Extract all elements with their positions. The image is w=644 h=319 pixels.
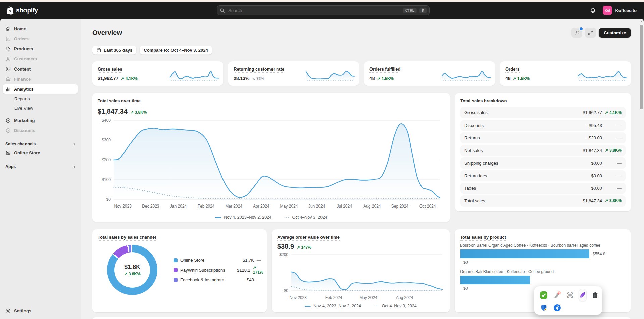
page-title: Overview bbox=[92, 29, 122, 37]
product-bar-group: Bourbon Barrel Organic Aged Coffee · Kof… bbox=[460, 243, 625, 266]
legend-dotted-line: ··· bbox=[284, 215, 290, 220]
svg-text:Oct 2024: Oct 2024 bbox=[419, 204, 436, 209]
shopify-logo[interactable]: S shopify bbox=[6, 6, 38, 15]
sidebar-item-reports[interactable]: Reports bbox=[3, 94, 78, 103]
channel-legend-item: PayWhirl Subscriptions $128.2 ↗ 171% bbox=[174, 265, 267, 275]
legend-dotted-line: ··· bbox=[374, 304, 379, 308]
date-range-button[interactable]: Last 365 days bbox=[92, 46, 136, 55]
sidebar-item-online-store[interactable]: Online Store bbox=[3, 148, 78, 157]
channel-legend-item: Facebook & Instagram $40 — bbox=[174, 277, 267, 282]
account-menu[interactable]: Kof Koffeecito bbox=[603, 6, 637, 15]
svg-text:Feb 2024: Feb 2024 bbox=[198, 204, 215, 209]
total-sales-delta: ↗ 3.8K% bbox=[130, 110, 147, 115]
shopify-admin-analytics: { "icons":{"up":"↗","down":"↘","dash":"—… bbox=[0, 0, 644, 319]
svg-text:Aug 2024: Aug 2024 bbox=[363, 204, 381, 209]
customize-button[interactable]: Customize bbox=[599, 28, 631, 38]
calendar-icon bbox=[96, 48, 101, 53]
apps-section[interactable]: Apps › bbox=[5, 164, 75, 169]
chevron-right-icon: › bbox=[73, 141, 75, 146]
sidebar-item-finance[interactable]: Finance bbox=[3, 74, 78, 84]
svg-text:S: S bbox=[9, 9, 11, 13]
total-sales-breakdown-card: Total sales breakdown Gross sales $1,962… bbox=[455, 93, 631, 211]
compare-to-button[interactable]: Compare to: Oct 4–Nov 3, 2024 bbox=[140, 46, 212, 55]
svg-text:Sep 2024: Sep 2024 bbox=[391, 204, 409, 209]
aov-line-chart: $0$200Nov 2023Feb 2024May 2024Aug 2024 bbox=[277, 250, 444, 302]
shield-warning-extension-icon[interactable] bbox=[540, 304, 548, 312]
svg-text:$200: $200 bbox=[279, 252, 288, 257]
assistant-button[interactable] bbox=[571, 28, 582, 38]
metric-delta: ↗ 1.5K% bbox=[513, 76, 530, 81]
sidebar-item-discounts[interactable]: Discounts bbox=[3, 126, 78, 135]
card-title[interactable]: Total sales over time bbox=[98, 98, 141, 104]
breakdown-row: Return fees $0.00 — bbox=[460, 170, 626, 181]
search-icon bbox=[220, 8, 225, 13]
sidebar-item-customers[interactable]: Customers bbox=[3, 54, 78, 63]
svg-text:Dec 2023: Dec 2023 bbox=[142, 204, 159, 209]
metric-card-orders[interactable]: Orders 48 ↗ 1.5K% bbox=[500, 61, 631, 86]
breakdown-row: Gross sales $1,962.77 ↗ 4.1K% bbox=[460, 107, 626, 118]
global-search[interactable]: CTRL K bbox=[217, 5, 430, 15]
metric-title[interactable]: Orders fulfilled bbox=[369, 66, 400, 73]
metric-title[interactable]: Orders bbox=[505, 66, 520, 73]
metric-delta: ↗ 4.1K% bbox=[121, 76, 137, 81]
bluetooth-extension-icon[interactable] bbox=[553, 304, 561, 312]
donut-delta: ↗ 3.8K% bbox=[124, 272, 140, 276]
sparkline-chart bbox=[441, 68, 491, 83]
metric-value: 28.13% bbox=[234, 76, 249, 81]
donut-total: $1.8K bbox=[124, 264, 140, 271]
person-icon bbox=[5, 56, 11, 62]
k-key-badge: K bbox=[419, 8, 427, 13]
expand-icon bbox=[588, 30, 593, 35]
sparkline-chart bbox=[169, 68, 219, 83]
sidebar-item-marketing[interactable]: Marketing bbox=[3, 116, 78, 125]
media-icon bbox=[5, 66, 11, 72]
total-sales-value: $1,847.34 bbox=[98, 108, 128, 116]
sidebar-item-home[interactable]: Home bbox=[3, 24, 78, 33]
sparkle-icon bbox=[574, 30, 580, 36]
green-check-extension-icon[interactable] bbox=[540, 291, 548, 299]
metric-delta: ↗ 1.5K% bbox=[377, 76, 394, 81]
sidebar-item-analytics[interactable]: Analytics bbox=[3, 84, 78, 94]
metric-title[interactable]: Gross sales bbox=[98, 66, 122, 73]
card-title[interactable]: Total sales by product bbox=[460, 235, 506, 241]
metric-card-orders-fulfilled[interactable]: Orders fulfilled 48 ↗ 1.5K% bbox=[364, 61, 495, 86]
next-card-row-edge bbox=[92, 317, 631, 319]
card-title[interactable]: Average order value over time bbox=[277, 235, 340, 241]
notifications-button[interactable] bbox=[588, 6, 597, 15]
card-title[interactable]: Total sales breakdown bbox=[460, 98, 507, 104]
sidebar-item-orders[interactable]: Orders bbox=[3, 34, 78, 43]
metric-value: 48 bbox=[505, 76, 511, 81]
sidebar-item-products[interactable]: Products bbox=[3, 44, 78, 53]
bank-icon bbox=[5, 76, 11, 82]
discount-icon bbox=[5, 128, 11, 133]
svg-text:$300: $300 bbox=[102, 138, 111, 142]
breakdown-row: Shipping charges $0.00 — bbox=[460, 157, 626, 169]
svg-text:Apr 2024: Apr 2024 bbox=[253, 204, 269, 209]
channel-donut-chart: $1.8K ↗ 3.8K% bbox=[107, 245, 157, 295]
sidebar-item-live-view[interactable]: Live View bbox=[3, 104, 78, 112]
knot-extension-icon[interactable]: ⌘ bbox=[566, 291, 574, 299]
product-bar bbox=[460, 249, 589, 258]
metric-card-gross-sales[interactable]: Gross sales $1,962.77 ↗ 4.1K% bbox=[92, 61, 223, 86]
fullscreen-button[interactable] bbox=[585, 28, 596, 38]
svg-text:May 2024: May 2024 bbox=[280, 204, 298, 209]
purple-feather-extension-icon[interactable] bbox=[579, 289, 586, 301]
metric-card-returning-customer-rate[interactable]: Returning customer rate 28.13% ↘ 72% bbox=[228, 61, 359, 86]
breakdown-row: Total sales $1,847.34 ↗ 3.8K% bbox=[460, 195, 626, 207]
metric-cards-row: Gross sales $1,962.77 ↗ 4.1K% Returning … bbox=[92, 61, 631, 86]
gray-tool-red-badge-extension-icon[interactable] bbox=[553, 291, 561, 299]
search-input[interactable] bbox=[228, 8, 400, 13]
sales-channels-section[interactable]: Sales channels › bbox=[5, 141, 75, 146]
scrollbar-up-arrow[interactable]: ▲ bbox=[640, 20, 643, 22]
trash-extension-icon[interactable] bbox=[592, 291, 599, 299]
metric-title[interactable]: Returning customer rate bbox=[234, 66, 284, 73]
card-title[interactable]: Total sales by sales channel bbox=[98, 235, 156, 241]
svg-text:Jun 2024: Jun 2024 bbox=[308, 204, 325, 209]
page-scrollbar[interactable]: ▲ bbox=[640, 20, 643, 318]
sidebar-item-settings[interactable]: Settings bbox=[3, 306, 78, 315]
target-icon bbox=[5, 118, 11, 123]
sidebar-item-content[interactable]: Content bbox=[3, 64, 78, 74]
legend-swatch bbox=[174, 258, 178, 262]
gear-icon bbox=[5, 308, 11, 314]
scrollbar-thumb[interactable] bbox=[640, 25, 643, 109]
